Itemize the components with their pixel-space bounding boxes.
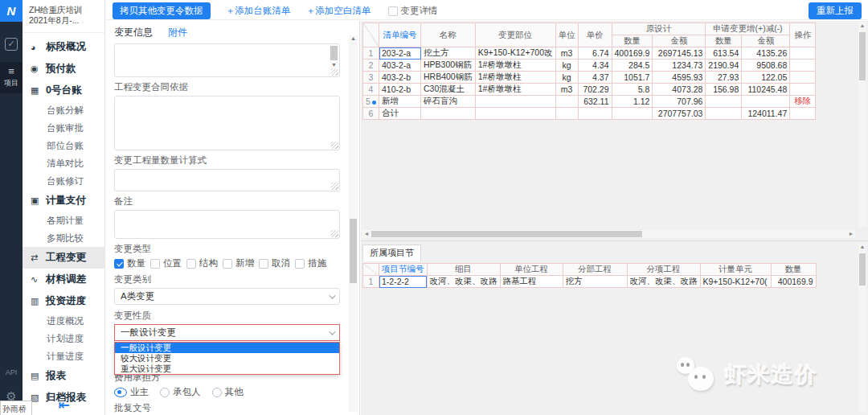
cell-req-amount[interactable]: 4135.26	[742, 47, 790, 60]
cell-orig-amount[interactable]: 2697145.13	[653, 47, 706, 60]
cell-node-no[interactable]: 1-2-2-2	[379, 276, 428, 288]
cost-bearer-contractor[interactable]: 承包人	[160, 386, 201, 398]
col-name[interactable]: 名称	[421, 23, 476, 47]
change-type-cancel[interactable]: 取消	[259, 257, 290, 269]
col-req-amount[interactable]: 金额	[742, 35, 790, 47]
collapse-sidebar-icon[interactable]: ⇤	[23, 397, 105, 413]
cell-unit-project[interactable]: 路基工程	[500, 276, 563, 288]
arrow-up-icon[interactable]: ▲	[349, 35, 358, 41]
col-detail[interactable]: 细目	[427, 264, 500, 276]
add-ledger-list-button[interactable]: ＋添加台账清单	[226, 5, 291, 17]
cell-req-qty[interactable]: 156.98	[706, 84, 742, 96]
sidebar-item-report[interactable]: ▤报表	[23, 365, 104, 387]
cell-orig-amount[interactable]: 707.96	[653, 96, 706, 108]
cell-price[interactable]: 4.37	[578, 72, 612, 84]
horizontal-scrollbar[interactable]: ◄ ►	[362, 230, 855, 238]
col-orig-qty[interactable]: 数量	[612, 35, 653, 47]
dropdown-option-major[interactable]: 重大设计变更	[115, 364, 339, 374]
cell-req-amount[interactable]	[742, 96, 790, 108]
app-logo[interactable]: N	[0, 0, 23, 22]
tab-attachment[interactable]: 附件	[168, 27, 187, 38]
quantity-formula-textarea[interactable]	[114, 169, 340, 191]
cell-name[interactable]: HPB300钢筋	[421, 60, 476, 72]
cell-name[interactable]: C30混凝土	[421, 84, 476, 96]
table-row[interactable]: 1 1-2-2-2 改河、改渠、改路 路基工程 挖方 改河、改渠、改路 K9+1…	[363, 276, 817, 288]
cell-orig-qty[interactable]: 1.12	[612, 96, 653, 108]
api-label[interactable]: API	[0, 368, 23, 376]
arrow-right-icon[interactable]: ►	[847, 230, 855, 238]
change-detail-checkbox[interactable]: 变更详情	[388, 5, 438, 17]
sidebar-item-period-measure[interactable]: 各期计量	[23, 212, 104, 229]
col-price[interactable]: 单价	[578, 23, 612, 47]
sidebar-item-material-adjust[interactable]: ∿材料调差	[23, 269, 104, 290]
sidebar-item-invest-progress[interactable]: ▥投资进度	[23, 290, 104, 312]
cell-orig-amount[interactable]: 1234.73	[653, 60, 706, 72]
cell-price[interactable]: 6.74	[578, 47, 612, 60]
cell-division-project[interactable]: 挖方	[563, 276, 627, 288]
scrollbar-thumb[interactable]	[371, 231, 642, 237]
cell-name[interactable]: 碎石盲沟	[421, 96, 476, 108]
cell-list-no[interactable]: 403-2-a	[379, 60, 421, 72]
col-node-no[interactable]: 项目节编号	[379, 264, 428, 276]
cell-price[interactable]: 632.11	[578, 96, 612, 108]
cell-part[interactable]: K9+150-K12+700改	[475, 47, 555, 60]
cell-part[interactable]: 1#桥墩墩柱	[475, 60, 555, 72]
textarea-scrollbar[interactable]: ▼	[330, 45, 338, 68]
sidebar-item-advance-payment[interactable]: ◉预付款	[23, 58, 104, 80]
cell-unit[interactable]: m3	[555, 84, 578, 96]
scrollbar-thumb[interactable]	[859, 253, 866, 286]
cost-bearer-other[interactable]: 其他	[212, 386, 244, 398]
cell-orig-amount[interactable]: 4073.28	[653, 84, 706, 96]
col-measure-unit[interactable]: 计量单元	[700, 264, 771, 276]
table-row[interactable]: 3 403-2-b HRB400钢筋 1#桥墩墩柱 kg 4.37 1051.7…	[363, 72, 816, 84]
change-nature-select[interactable]: 一般设计变更	[114, 324, 340, 341]
add-blank-list-button[interactable]: ＋添加空白清单	[306, 5, 371, 17]
cell-detail[interactable]: 改河、改渠、改路	[427, 276, 500, 288]
cell-part[interactable]: 1#桥墩墩柱	[475, 72, 555, 84]
table-row[interactable]: 4 410-2-b C30混凝土 1#桥墩墩柱 m3 702.29 5.8 40…	[363, 84, 816, 96]
resize-grip-icon[interactable]	[331, 68, 338, 76]
contract-basis-textarea[interactable]	[114, 96, 340, 150]
cell-list-no[interactable]: 410-2-b	[379, 84, 421, 96]
sidebar-item-list-compare[interactable]: 清单对比	[23, 154, 104, 172]
arrow-up-icon[interactable]: ▲	[858, 244, 866, 249]
col-unit[interactable]: 单位	[555, 23, 578, 47]
sidebar-item-ledger-breakdown[interactable]: 台账分解	[23, 101, 104, 119]
col-division-project[interactable]: 分部工程	[563, 264, 627, 276]
copy-change-data-button[interactable]: 拷贝其他变更令数据	[113, 2, 211, 19]
change-type-structure[interactable]: 结构	[186, 257, 218, 269]
dropdown-option-general[interactable]: 一般设计变更	[115, 343, 339, 353]
cell-req-amount[interactable]: 122.05	[742, 72, 790, 84]
resize-grip-icon[interactable]	[331, 183, 338, 190]
resize-grip-icon[interactable]	[331, 230, 338, 237]
cell-part[interactable]	[475, 96, 555, 108]
cell-unit[interactable]: kg	[555, 72, 578, 84]
remove-link[interactable]: 移除	[790, 96, 816, 108]
vertical-scrollbar[interactable]: ▲	[858, 23, 866, 227]
arrow-up-icon[interactable]: ▲	[858, 23, 866, 28]
cell-unit[interactable]	[555, 96, 578, 108]
cell-unit[interactable]: m3	[555, 47, 578, 60]
sidebar-item-ledger-revision[interactable]: 台账修订	[23, 172, 104, 190]
cell-req-qty[interactable]: 613.54	[706, 47, 742, 60]
cell-unit[interactable]: kg	[555, 60, 578, 72]
cell-list-no[interactable]: 403-2-b	[379, 72, 421, 84]
col-orig-amount[interactable]: 金额	[653, 35, 706, 47]
col-list-no[interactable]: 清单编号	[379, 23, 421, 47]
col-unit-project[interactable]: 单位工程	[500, 264, 563, 276]
tab-project-node[interactable]: 所属项目节	[362, 244, 421, 261]
col-change-part[interactable]: 变更部位	[475, 23, 555, 47]
tab-change-info[interactable]: 变更信息	[114, 27, 153, 38]
cell-item-project[interactable]: 改河、改渠、改路	[627, 276, 700, 288]
sidebar-item-measure-pay[interactable]: ▣计量支付	[23, 190, 104, 212]
vertical-scrollbar[interactable]: ▲	[858, 244, 866, 413]
sidebar-item-multi-period-compare[interactable]: 多期比较	[23, 229, 104, 247]
table-row[interactable]: 2 403-2-a HPB300钢筋 1#桥墩墩柱 kg 4.34 284.5 …	[363, 60, 816, 72]
dropdown-option-larger[interactable]: 较大设计变更	[115, 353, 339, 364]
cell-orig-qty[interactable]: 400169.9	[612, 47, 653, 60]
cell-req-amount[interactable]: 110245.48	[742, 84, 790, 96]
resubmit-button[interactable]: 重新上报	[809, 2, 862, 19]
cell-req-qty[interactable]: 2190.94	[706, 60, 742, 72]
cell-measure-unit[interactable]: K9+150-K12+70(	[700, 276, 771, 288]
cell-name[interactable]: 挖土方	[421, 47, 476, 60]
